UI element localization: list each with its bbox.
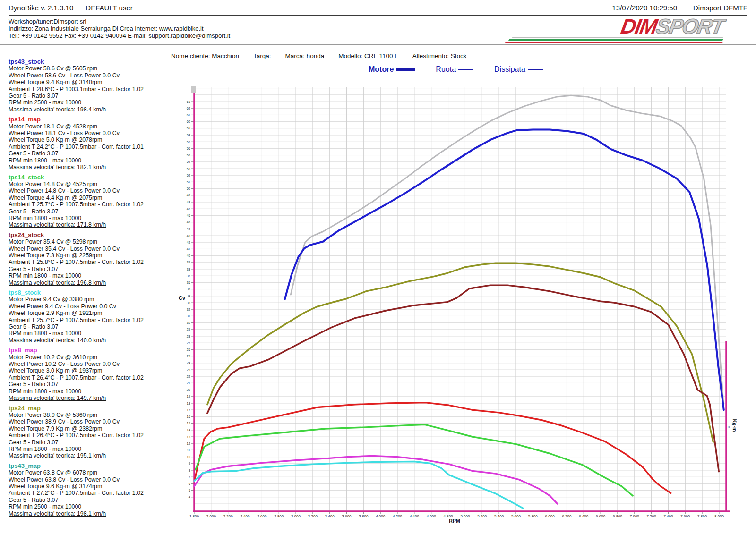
- svg-text:41: 41: [187, 247, 190, 251]
- svg-text:31: 31: [187, 314, 190, 318]
- svg-text:63: 63: [187, 100, 190, 104]
- svg-text:4.200: 4.200: [393, 514, 403, 518]
- svg-text:2.000: 2.000: [206, 514, 216, 518]
- svg-text:2.400: 2.400: [240, 514, 250, 518]
- svg-text:14: 14: [187, 428, 190, 432]
- svg-text:50: 50: [187, 186, 190, 191]
- svg-text:6.800: 6.800: [613, 514, 623, 518]
- svg-text:5.200: 5.200: [477, 514, 487, 518]
- svg-text:8.000: 8.000: [714, 514, 724, 518]
- x-axis-title: RPM: [449, 518, 460, 524]
- svg-text:6.400: 6.400: [579, 514, 589, 518]
- chart-grid: [194, 87, 726, 511]
- svg-text:22: 22: [187, 374, 190, 379]
- svg-text:17: 17: [187, 408, 190, 412]
- svg-text:53: 53: [187, 167, 190, 171]
- svg-text:58: 58: [187, 133, 190, 137]
- svg-text:4.000: 4.000: [376, 514, 386, 518]
- curve-tps43_stock: [285, 130, 724, 410]
- svg-text:43: 43: [187, 234, 190, 238]
- svg-text:54: 54: [187, 160, 190, 164]
- svg-text:11: 11: [187, 448, 190, 452]
- svg-text:48: 48: [187, 200, 190, 204]
- svg-text:38: 38: [187, 267, 190, 271]
- svg-text:34: 34: [187, 294, 190, 298]
- svg-text:6.000: 6.000: [545, 514, 555, 518]
- svg-text:57: 57: [187, 140, 190, 144]
- svg-text:5.600: 5.600: [511, 514, 521, 518]
- svg-text:16: 16: [187, 415, 190, 419]
- svg-text:42: 42: [187, 240, 190, 245]
- svg-text:37: 37: [187, 274, 190, 278]
- y-axis-labels: 4567891011121314151617181920212223242526…: [187, 100, 194, 500]
- svg-text:62: 62: [187, 106, 190, 110]
- svg-text:2.200: 2.200: [223, 514, 233, 518]
- svg-text:51: 51: [187, 180, 190, 184]
- curve-tps8_stock: [194, 462, 524, 509]
- svg-text:47: 47: [187, 207, 190, 211]
- svg-text:61: 61: [187, 113, 190, 117]
- svg-text:6: 6: [189, 482, 190, 486]
- svg-text:7.400: 7.400: [663, 514, 673, 518]
- svg-text:28: 28: [187, 334, 190, 339]
- svg-text:40: 40: [187, 254, 190, 258]
- svg-text:55: 55: [187, 153, 190, 157]
- svg-text:5: 5: [189, 488, 190, 492]
- svg-text:9: 9: [189, 461, 190, 466]
- svg-text:4: 4: [189, 495, 190, 499]
- svg-text:33: 33: [187, 301, 190, 305]
- svg-text:56: 56: [187, 146, 190, 151]
- svg-text:7.000: 7.000: [630, 514, 640, 518]
- svg-text:46: 46: [187, 213, 190, 218]
- dyno-chart: 4567891011121314151617181920212223242526…: [0, 0, 756, 534]
- svg-text:3.600: 3.600: [342, 514, 352, 518]
- plot-corner-box: [191, 86, 196, 93]
- y-axis-title: Cv: [179, 295, 186, 301]
- svg-text:24: 24: [187, 361, 190, 365]
- svg-text:7.600: 7.600: [680, 514, 690, 518]
- svg-text:6.600: 6.600: [596, 514, 606, 518]
- right-axis-title: Kg·m: [732, 419, 738, 432]
- svg-text:20: 20: [187, 388, 190, 392]
- svg-text:4.400: 4.400: [410, 514, 420, 518]
- svg-text:25: 25: [187, 354, 190, 358]
- svg-text:5.000: 5.000: [460, 514, 470, 518]
- svg-text:2.800: 2.800: [274, 514, 284, 518]
- svg-text:5.400: 5.400: [494, 514, 504, 518]
- curve-tps14_map: [195, 403, 671, 493]
- svg-text:4.600: 4.600: [427, 514, 437, 518]
- svg-text:7: 7: [189, 475, 190, 479]
- svg-text:49: 49: [187, 193, 190, 197]
- svg-text:45: 45: [187, 220, 190, 224]
- svg-text:60: 60: [187, 119, 190, 124]
- svg-text:59: 59: [187, 126, 190, 130]
- svg-text:19: 19: [187, 394, 190, 398]
- svg-text:36: 36: [187, 280, 190, 285]
- svg-text:5.800: 5.800: [528, 514, 538, 518]
- svg-text:52: 52: [187, 173, 190, 178]
- svg-text:6.200: 6.200: [562, 514, 572, 518]
- svg-text:35: 35: [187, 287, 190, 291]
- x-axis-labels: 1.8002.0002.2002.4002.6002.8003.0003.200…: [189, 512, 724, 518]
- svg-text:15: 15: [187, 421, 190, 425]
- svg-text:10: 10: [187, 455, 190, 459]
- svg-text:7.200: 7.200: [647, 514, 657, 518]
- svg-text:1.800: 1.800: [189, 514, 199, 518]
- svg-text:13: 13: [187, 435, 190, 439]
- svg-text:27: 27: [187, 341, 190, 345]
- svg-text:12: 12: [187, 441, 190, 446]
- svg-text:23: 23: [187, 368, 190, 372]
- right-axis-zero: 0: [728, 425, 730, 429]
- svg-text:18: 18: [187, 401, 190, 406]
- svg-text:39: 39: [187, 260, 190, 264]
- svg-text:3.400: 3.400: [325, 514, 335, 518]
- svg-text:32: 32: [187, 307, 190, 312]
- svg-text:7.800: 7.800: [697, 514, 707, 518]
- svg-text:21: 21: [187, 381, 190, 385]
- svg-text:30: 30: [187, 321, 190, 325]
- svg-text:26: 26: [187, 348, 190, 352]
- svg-text:8: 8: [189, 468, 190, 473]
- svg-text:44: 44: [187, 227, 190, 231]
- svg-text:29: 29: [187, 327, 190, 331]
- svg-text:2.600: 2.600: [257, 514, 267, 518]
